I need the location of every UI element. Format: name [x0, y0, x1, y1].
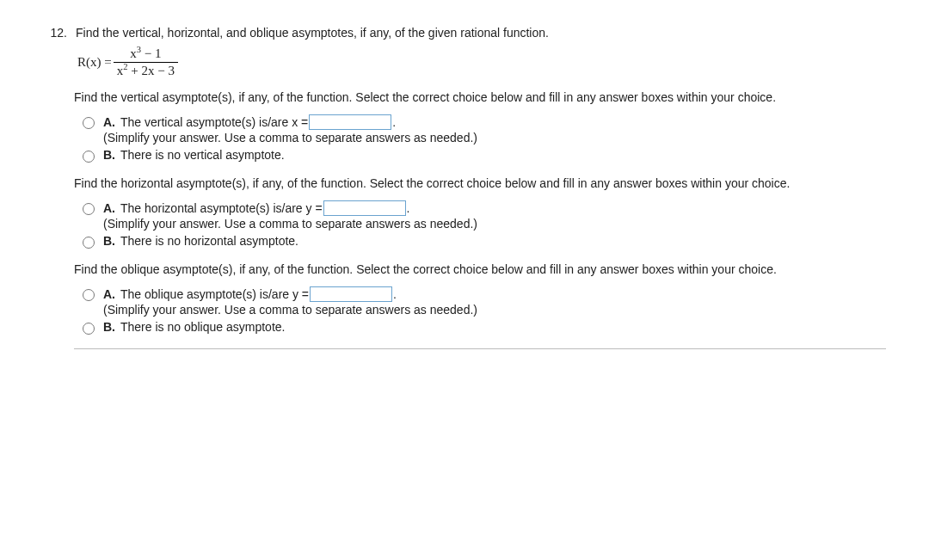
prompt-horizontal: Find the horizontal asymptote(s), if any… [74, 176, 886, 190]
choice-pre-text: The vertical asymptote(s) is/are x = [120, 115, 308, 129]
hint-vertical-a: (Simplify your answer. Use a comma to se… [103, 131, 477, 145]
choice-body: B. There is no oblique asymptote. [103, 320, 285, 334]
formula-lhs: R(x) = [77, 55, 112, 70]
choice-vertical-b[interactable]: B. There is no vertical asymptote. [74, 148, 886, 163]
radio-oblique-a[interactable] [83, 289, 95, 301]
choice-label: A. [103, 287, 115, 301]
question-header: 12. Find the vertical, horizontal, and o… [43, 26, 886, 40]
num-rest: − 1 [141, 46, 161, 60]
choice-main: A. The vertical asymptote(s) is/are x = … [103, 114, 477, 130]
question-number: 12. [43, 26, 67, 40]
denominator: x2 + 2x − 3 [114, 62, 178, 78]
radio-vertical-a[interactable] [83, 117, 95, 129]
hint-horizontal-a: (Simplify your answer. Use a comma to se… [103, 217, 477, 231]
section-oblique: Find the oblique asymptote(s), if any, o… [43, 262, 886, 335]
choice-oblique-b[interactable]: B. There is no oblique asymptote. [74, 320, 886, 335]
choice-body: B. There is no horizontal asymptote. [103, 234, 298, 248]
den-rest: + 2x − 3 [127, 64, 174, 77]
numerator: x3 − 1 [126, 46, 164, 62]
choice-body: A. The vertical asymptote(s) is/are x = … [103, 114, 477, 145]
section-vertical: Find the vertical asymptote(s), if any, … [43, 90, 886, 163]
question-text: Find the vertical, horizontal, and obliq… [76, 26, 886, 40]
choice-pre-text: The horizontal asymptote(s) is/are y = [120, 201, 323, 215]
choice-label: B. [103, 234, 115, 248]
answer-input-horizontal[interactable] [323, 200, 406, 216]
choice-label: A. [103, 201, 115, 215]
choice-text: There is no horizontal asymptote. [120, 234, 298, 248]
choice-main: B. There is no vertical asymptote. [103, 148, 285, 162]
section-horizontal: Find the horizontal asymptote(s), if any… [43, 176, 886, 249]
choice-main: A. The oblique asymptote(s) is/are y = . [103, 286, 477, 302]
choice-body: B. There is no vertical asymptote. [103, 148, 285, 162]
num-base: x [130, 46, 137, 60]
choice-text: There is no vertical asymptote. [120, 148, 285, 162]
choice-label: B. [103, 148, 115, 162]
answer-input-oblique[interactable] [310, 286, 392, 302]
answer-input-vertical[interactable] [309, 114, 391, 130]
prompt-vertical: Find the vertical asymptote(s), if any, … [74, 90, 886, 104]
choice-label: B. [103, 320, 115, 334]
choice-oblique-a[interactable]: A. The oblique asymptote(s) is/are y = .… [74, 286, 886, 317]
choice-body: A. The oblique asymptote(s) is/are y = .… [103, 286, 477, 317]
divider [74, 348, 886, 349]
prompt-oblique: Find the oblique asymptote(s), if any, o… [74, 262, 886, 276]
radio-vertical-b[interactable] [83, 151, 95, 163]
radio-horizontal-a[interactable] [83, 203, 95, 215]
choice-pre-text: The oblique asymptote(s) is/are y = [120, 287, 309, 301]
fraction: x3 − 1 x2 + 2x − 3 [114, 46, 178, 78]
hint-oblique-a: (Simplify your answer. Use a comma to se… [103, 303, 477, 317]
choice-main: A. The horizontal asymptote(s) is/are y … [103, 200, 477, 216]
formula: R(x) = x3 − 1 x2 + 2x − 3 [77, 46, 886, 78]
choice-body: A. The horizontal asymptote(s) is/are y … [103, 200, 477, 231]
choice-main: B. There is no horizontal asymptote. [103, 234, 298, 248]
choice-post-text: . [392, 115, 396, 129]
choice-horizontal-b[interactable]: B. There is no horizontal asymptote. [74, 234, 886, 249]
radio-oblique-b[interactable] [83, 323, 95, 335]
radio-horizontal-b[interactable] [83, 237, 95, 249]
choice-horizontal-a[interactable]: A. The horizontal asymptote(s) is/are y … [74, 200, 886, 231]
choice-text: There is no oblique asymptote. [120, 320, 285, 334]
choice-post-text: . [393, 287, 397, 301]
choice-main: B. There is no oblique asymptote. [103, 320, 285, 334]
choice-vertical-a[interactable]: A. The vertical asymptote(s) is/are x = … [74, 114, 886, 145]
choice-post-text: . [407, 201, 410, 215]
question-page: 12. Find the vertical, horizontal, and o… [0, 0, 929, 560]
choice-label: A. [103, 115, 115, 129]
